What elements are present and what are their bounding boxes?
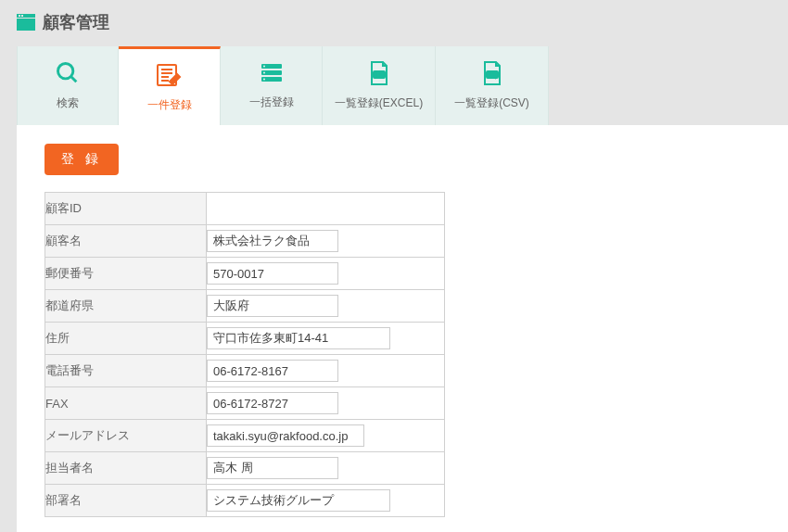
label-postal-code: 郵便番号 [45,258,207,290]
label-customer-name: 顧客名 [45,225,207,258]
row-contact-name: 担当者名 [45,452,445,485]
tab-search[interactable]: 検索 [17,46,119,125]
svg-point-4 [58,64,73,79]
label-contact-name: 担当者名 [45,452,207,485]
row-customer-id: 顧客ID [45,193,445,225]
row-address: 住所 [45,323,445,355]
input-phone[interactable] [207,360,338,382]
customer-form: 顧客ID 顧客名 郵便番号 都道府県 住所 電話番号 FAX メールアドレス [44,192,445,517]
cell-customer-id [207,193,445,225]
tab-label: 一覧登録(CSV) [454,95,529,111]
page-header: 顧客管理 [0,0,788,46]
row-prefecture: 都道府県 [45,290,445,323]
row-customer-name: 顧客名 [45,225,445,258]
edit-form-icon [156,62,184,88]
svg-rect-2 [19,15,20,17]
input-customer-name[interactable] [207,230,338,252]
csv-file-icon: CSV [481,60,503,86]
list-icon [260,61,284,85]
row-fax: FAX [45,387,445,420]
tab-label: 一件登録 [147,97,192,113]
svg-rect-1 [17,19,35,31]
input-address[interactable] [207,327,390,349]
row-phone: 電話番号 [45,355,445,387]
label-prefecture: 都道府県 [45,290,207,323]
content-panel: 登 録 顧客ID 顧客名 郵便番号 都道府県 住所 電話番号 FAX [17,125,788,532]
svg-point-14 [263,66,265,68]
input-prefecture[interactable] [207,295,338,317]
tab-label: 一覧登録(EXCEL) [335,95,423,111]
page-title: 顧客管理 [43,11,109,33]
label-fax: FAX [45,387,207,420]
label-phone: 電話番号 [45,355,207,387]
label-customer-id: 顧客ID [45,193,207,225]
tab-excel-register[interactable]: XLS 一覧登録(EXCEL) [323,46,436,125]
input-postal-code[interactable] [207,262,338,285]
tab-label: 検索 [57,95,79,111]
row-department: 部署名 [45,485,445,517]
row-email: メールアドレス [45,420,445,452]
tab-csv-register[interactable]: CSV 一覧登録(CSV) [436,46,549,125]
input-department[interactable] [207,489,390,512]
input-fax[interactable] [207,392,338,414]
svg-line-5 [71,77,77,82]
svg-text:XLS: XLS [375,72,384,78]
svg-point-16 [263,79,265,81]
tab-label: 一括登録 [249,95,294,110]
svg-rect-3 [21,15,23,17]
register-button[interactable]: 登 録 [44,144,119,175]
tab-single-register[interactable]: 一件登録 [119,46,221,125]
label-email: メールアドレス [45,420,207,452]
label-department: 部署名 [45,485,207,517]
label-address: 住所 [45,323,207,355]
input-contact-name[interactable] [207,457,338,479]
svg-text:CSV: CSV [487,72,497,78]
tabs: 検索 一件登録 一括登録 XLS 一覧登録(EXCEL) CSV 一覧登録( [0,46,788,125]
svg-point-15 [263,72,265,74]
input-email[interactable] [207,424,364,447]
row-postal-code: 郵便番号 [45,258,445,290]
search-icon [55,60,81,86]
tab-bulk-register[interactable]: 一括登録 [221,46,323,125]
excel-file-icon: XLS [368,60,390,86]
window-icon [17,14,35,31]
